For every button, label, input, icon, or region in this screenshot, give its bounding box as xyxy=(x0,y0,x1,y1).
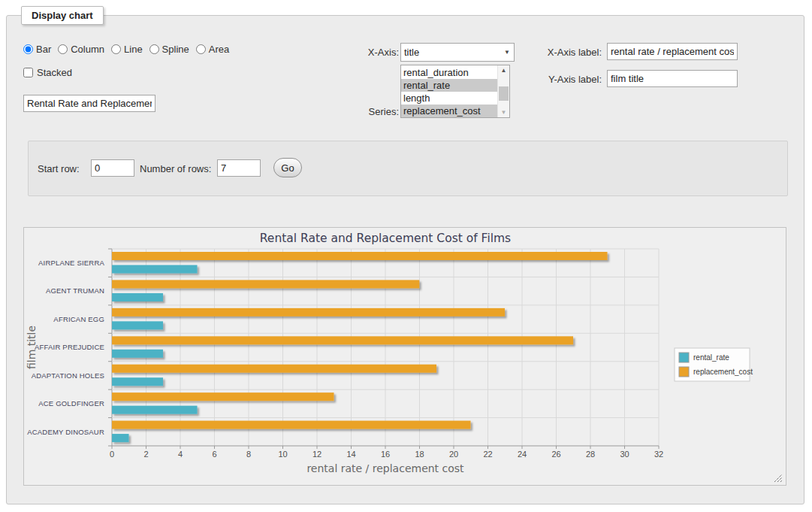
x-axis-label-field-label: X-Axis label: xyxy=(534,47,602,58)
radio-label: Line xyxy=(124,44,143,55)
chart-type-option-area[interactable]: Area xyxy=(196,44,229,55)
scroll-down-icon[interactable]: ▼ xyxy=(498,108,509,117)
series-option-rental_rate[interactable]: rental_rate xyxy=(401,79,497,92)
series-option-replacement_cost[interactable]: replacement_cost xyxy=(401,105,497,117)
series-option-rental_duration[interactable]: rental_duration xyxy=(401,66,497,79)
x-tick-label: 32 xyxy=(654,450,663,459)
legend-item-rental_rate: rental_rate xyxy=(679,353,729,362)
chart-type-option-bar[interactable]: Bar xyxy=(23,44,51,55)
bar-replacement_cost xyxy=(112,280,419,288)
bar-rental_rate xyxy=(112,265,198,274)
display-chart-panel: Display chart BarColumnLineSplineArea St… xyxy=(6,15,804,504)
go-button[interactable]: Go xyxy=(273,158,302,177)
chart-type-option-line[interactable]: Line xyxy=(111,44,143,55)
x-tick-label: 18 xyxy=(415,450,424,459)
x-tick-label: 28 xyxy=(586,450,595,459)
rows-panel: Start row: Number of rows: Go xyxy=(28,141,788,196)
x-axis-title: rental rate / replacement cost xyxy=(306,462,464,474)
y-axis-label-input[interactable] xyxy=(607,70,738,87)
bar-rental_rate xyxy=(112,434,129,442)
category-label: ACE GOLDFINGER xyxy=(38,399,104,407)
x-axis-label-input[interactable] xyxy=(607,43,738,60)
chart-svg: 02468101214161820222426283032AIRPLANE SI… xyxy=(24,228,786,485)
bar-rental_rate xyxy=(112,377,163,386)
series-listbox[interactable]: rental_durationrental_ratelengthreplacem… xyxy=(400,65,510,118)
bar-rental_rate xyxy=(112,406,198,414)
chart-legend: rental_ratereplacement_cost xyxy=(675,348,753,381)
radio-label: Bar xyxy=(36,44,51,55)
radio-column[interactable] xyxy=(58,44,68,54)
scrollbar-track[interactable] xyxy=(498,75,509,108)
bar-replacement_cost xyxy=(112,421,471,429)
start-row-input[interactable] xyxy=(91,159,134,177)
radio-spline[interactable] xyxy=(149,44,159,54)
bar-rental_rate xyxy=(112,293,163,301)
radio-area[interactable] xyxy=(196,44,206,54)
x-tick-label: 24 xyxy=(518,450,527,459)
category-label: AFRICAN EGG xyxy=(53,315,104,323)
x-axis-label: X-Axis: xyxy=(331,47,399,58)
legend-swatch xyxy=(679,353,689,362)
resize-grip-icon[interactable] xyxy=(774,474,782,482)
x-tick-label: 26 xyxy=(551,450,560,459)
radio-line[interactable] xyxy=(111,44,121,54)
series-label: Series: xyxy=(331,106,399,117)
number-of-rows-label: Number of rows: xyxy=(140,163,211,174)
x-tick-label: 2 xyxy=(143,450,148,459)
chart-type-option-column[interactable]: Column xyxy=(58,44,104,55)
category-label: AIRPLANE SIERRA xyxy=(38,259,104,267)
radio-bar[interactable] xyxy=(23,44,33,54)
bar-replacement_cost xyxy=(112,365,436,373)
x-tick-label: 14 xyxy=(346,450,355,459)
bar-replacement_cost xyxy=(112,308,505,317)
stacked-label: Stacked xyxy=(37,67,72,78)
panel-title: Display chart xyxy=(21,6,104,25)
bar-replacement_cost xyxy=(112,392,334,401)
x-tick-label: 6 xyxy=(212,450,216,459)
stacked-option[interactable]: Stacked xyxy=(23,67,72,78)
x-tick-label: 30 xyxy=(620,450,629,459)
chart-title-input[interactable] xyxy=(23,95,155,112)
x-tick-label: 4 xyxy=(178,450,183,459)
scrollbar-thumb[interactable] xyxy=(499,86,509,100)
x-tick-label: 12 xyxy=(312,450,321,459)
legend-label: replacement_cost xyxy=(693,368,753,376)
chart-title: Rental Rate and Replacement Cost of Film… xyxy=(260,232,511,245)
x-axis-select[interactable]: title ▼ xyxy=(400,43,515,62)
category-label: AFFAIR PREJUDICE xyxy=(35,343,104,351)
x-tick-label: 16 xyxy=(381,450,390,459)
x-axis-selected-value: title xyxy=(404,47,419,58)
scroll-up-icon[interactable]: ▲ xyxy=(498,65,509,75)
radio-label: Column xyxy=(71,44,104,55)
y-axis-title: film title xyxy=(26,326,38,369)
chart-panel: 02468101214161820222426283032AIRPLANE SI… xyxy=(23,227,786,486)
series-options: rental_durationrental_ratelengthreplacem… xyxy=(401,65,497,117)
x-tick-label: 8 xyxy=(246,450,251,459)
legend-label: rental_rate xyxy=(693,353,729,362)
x-tick-label: 20 xyxy=(449,450,458,459)
radio-label: Spline xyxy=(162,44,189,55)
page: Display chart BarColumnLineSplineArea St… xyxy=(0,0,812,512)
category-label: ACADEMY DINOSAUR xyxy=(27,428,104,436)
category-label: AGENT TRUMAN xyxy=(46,286,104,295)
dropdown-arrow-icon: ▼ xyxy=(504,49,510,56)
chart-type-option-spline[interactable]: Spline xyxy=(149,44,189,55)
category-label: ADAPTATION HOLES xyxy=(32,371,104,380)
series-scrollbar[interactable]: ▲ ▼ xyxy=(497,65,509,117)
bar-rental_rate xyxy=(112,321,163,329)
x-tick-label: 0 xyxy=(110,450,114,459)
number-of-rows-input[interactable] xyxy=(217,159,261,177)
series-option-length[interactable]: length xyxy=(401,92,497,105)
bar-replacement_cost xyxy=(112,252,608,260)
start-row-label: Start row: xyxy=(38,163,80,174)
x-tick-label: 10 xyxy=(278,450,287,459)
radio-label: Area xyxy=(209,44,229,55)
stacked-checkbox[interactable] xyxy=(23,68,33,77)
x-tick-label: 22 xyxy=(483,450,492,459)
y-axis-label-field-label: Y-Axis label: xyxy=(534,74,602,85)
chart-type-radio-group: BarColumnLineSplineArea xyxy=(23,44,236,55)
bar-replacement_cost xyxy=(112,336,573,344)
bar-rental_rate xyxy=(112,350,163,358)
legend-swatch xyxy=(679,367,689,377)
